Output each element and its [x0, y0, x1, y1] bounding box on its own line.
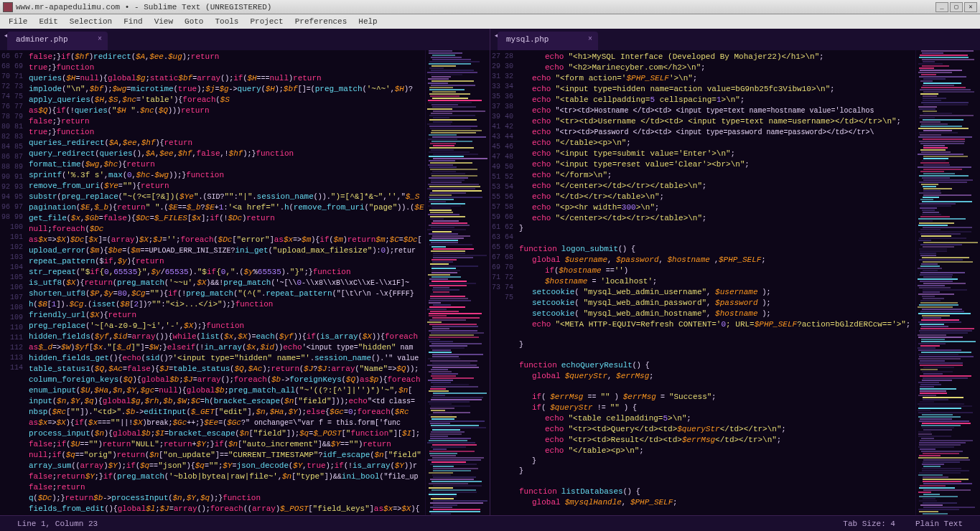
- close-icon[interactable]: ×: [588, 35, 592, 43]
- maximize-button[interactable]: ▢: [950, 2, 963, 12]
- window-title: www.mr-apapedulimu.com • - Sublime Text …: [16, 3, 934, 11]
- menu-file[interactable]: File: [3, 16, 33, 27]
- left-lines[interactable]: false;}if($hf)redirect($A,$ee.$ug);retur…: [29, 50, 425, 515]
- left-tabstrip: adminer.php ×: [0, 29, 490, 50]
- right-gutter: 27 28 29 30 31 32 33 34 35 36 37 38 39 4…: [490, 50, 519, 515]
- app-icon: [3, 2, 13, 12]
- menu-view[interactable]: View: [149, 16, 179, 27]
- menu-tools[interactable]: Tools: [209, 16, 244, 27]
- close-icon[interactable]: ×: [98, 35, 102, 43]
- titlebar: www.mr-apapedulimu.com • - Sublime Text …: [0, 0, 980, 14]
- right-code-area[interactable]: 27 28 29 30 31 32 33 34 35 36 37 38 39 4…: [490, 50, 980, 515]
- menu-help[interactable]: Help: [353, 16, 383, 27]
- right-pane: ◄ ► mysql.php × 27 28 29 30 31 32 33 34 …: [490, 29, 980, 515]
- editor-panes: ◄ ► adminer.php × 66 67 68 69 70 71 72 7…: [0, 29, 980, 515]
- right-tabstrip: mysql.php ×: [490, 29, 980, 50]
- menu-goto[interactable]: Goto: [179, 16, 209, 27]
- minimize-button[interactable]: _: [935, 2, 948, 12]
- tab-label: mysql.php: [506, 35, 549, 44]
- left-code-area[interactable]: 66 67 68 69 70 71 72 73 74 75 76 77 78 7…: [0, 50, 490, 515]
- menu-preferences[interactable]: Preferences: [289, 16, 353, 27]
- left-gutter: 66 67 68 69 70 71 72 73 74 75 76 77 78 7…: [0, 50, 29, 515]
- close-button[interactable]: ✕: [964, 2, 977, 12]
- tab-mysql[interactable]: mysql.php ×: [498, 32, 598, 50]
- menu-edit[interactable]: Edit: [33, 16, 63, 27]
- menubar: FileEditSelectionFindViewGotoToolsProjec…: [0, 14, 980, 29]
- tab-label: adminer.php: [16, 35, 68, 44]
- menu-find[interactable]: Find: [118, 16, 148, 27]
- left-minimap[interactable]: [425, 50, 490, 515]
- syntax-mode[interactable]: Plain Text: [905, 520, 973, 528]
- cursor-position[interactable]: Line 1, Column 23: [7, 520, 108, 528]
- menu-selection[interactable]: Selection: [64, 16, 118, 27]
- tab-adminer[interactable]: adminer.php ×: [7, 32, 108, 50]
- statusbar: Line 1, Column 23 Tab Size: 4 Plain Text: [0, 515, 980, 531]
- right-lines[interactable]: echo "<h1>MySQL Interface (Developed By …: [519, 50, 915, 515]
- left-pane: ◄ ► adminer.php × 66 67 68 69 70 71 72 7…: [0, 29, 490, 515]
- tab-size[interactable]: Tab Size: 4: [833, 520, 905, 528]
- menu-project[interactable]: Project: [244, 16, 289, 27]
- right-minimap[interactable]: [915, 50, 980, 515]
